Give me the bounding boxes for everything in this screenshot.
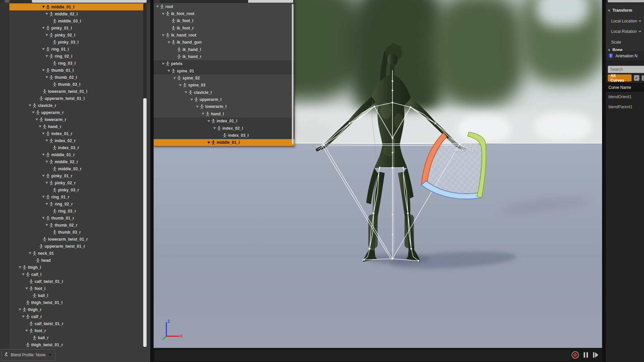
tree-row[interactable]: middle_03_l: [9, 17, 144, 24]
expander-icon[interactable]: [42, 195, 45, 199]
record-button[interactable]: [571, 351, 579, 359]
tree-row[interactable]: calf_l: [9, 271, 144, 278]
expander-icon[interactable]: [178, 83, 182, 87]
tree-row[interactable]: ik_hand_l: [154, 46, 294, 53]
tree-row[interactable]: thumb_02_r: [9, 222, 144, 229]
curve-search-input[interactable]: Search: [608, 66, 644, 73]
tree-row[interactable]: spine_02: [154, 74, 294, 81]
tree-row[interactable]: ring_02_l: [9, 53, 144, 60]
panel-divider[interactable]: [602, 0, 606, 362]
tree-row[interactable]: index_01_l: [154, 118, 294, 125]
tree-row[interactable]: upperarm_l: [154, 96, 294, 103]
tree-row[interactable]: ik_hand_r: [154, 53, 294, 60]
tree-row[interactable]: head: [9, 257, 144, 264]
tree-row[interactable]: pinky_02_r: [9, 179, 144, 186]
tree-row[interactable]: spine_01: [154, 67, 294, 74]
tree-row[interactable]: neck_01: [9, 250, 144, 257]
tree-row[interactable]: thigh_r: [9, 306, 144, 313]
scrollbar-thumb[interactable]: [143, 98, 147, 347]
tree-row[interactable]: thumb_03_l: [9, 81, 144, 88]
chevron-down-icon[interactable]: [639, 31, 641, 33]
tab-animation-notifies[interactable]: Animation N: [606, 51, 644, 61]
timeline-scrub-area[interactable]: [154, 350, 571, 361]
tree-row[interactable]: ball_r: [9, 334, 144, 341]
expander-icon[interactable]: [18, 308, 22, 311]
tree-row[interactable]: middle_02_r: [9, 158, 144, 165]
tree-row[interactable]: upperarm_r: [9, 109, 144, 116]
tree-row[interactable]: ik_hand_root: [154, 32, 294, 39]
tree-row[interactable]: index_02_l: [154, 125, 294, 132]
all-curves-button[interactable]: All Curves: [608, 74, 632, 81]
tree-row[interactable]: lowerarm_r: [9, 116, 144, 123]
expander-icon[interactable]: [167, 41, 171, 44]
tree-row[interactable]: spine_03: [154, 82, 294, 89]
tree-row[interactable]: upperarm_twist_01_r: [9, 243, 144, 250]
tree-row[interactable]: clavicle_r: [9, 102, 144, 109]
tree-row[interactable]: upperarm_twist_01_l: [9, 95, 144, 102]
tree-row[interactable]: middle_01_l: [154, 139, 294, 146]
tree-row[interactable]: middle_01_r: [9, 151, 144, 158]
tree-row[interactable]: calf_twist_01_r: [9, 320, 144, 327]
scrollbar-thumb[interactable]: [292, 4, 293, 144]
tree-row[interactable]: lowerarm_twist_01_r: [9, 236, 144, 243]
expander-icon[interactable]: [213, 126, 216, 130]
tree-row[interactable]: foot_l: [9, 285, 144, 292]
bone-section-header[interactable]: Bone: [606, 46, 644, 51]
tree-row[interactable]: foot_r: [9, 327, 144, 334]
tree-row[interactable]: thigh_twist_01_r: [9, 341, 144, 348]
expander-icon[interactable]: [161, 12, 165, 16]
tree-row[interactable]: pinky_03_l: [9, 39, 144, 46]
tree-row[interactable]: middle_02_l: [9, 10, 144, 17]
tree-row[interactable]: thumb_02_l: [9, 74, 144, 81]
expander-icon[interactable]: [42, 153, 45, 157]
expander-icon[interactable]: [21, 273, 25, 276]
tree-row[interactable]: ring_02_r: [9, 200, 144, 207]
tree-row[interactable]: pinky_01_l: [9, 24, 144, 32]
expander-icon[interactable]: [207, 141, 211, 144]
expander-icon[interactable]: [42, 5, 45, 9]
blend-profile-button[interactable]: Blend Profile: None: [1, 349, 55, 361]
panel-divider[interactable]: [150, 0, 154, 362]
tree-row[interactable]: index_01_r: [9, 130, 144, 137]
curve-row[interactable]: blendOrient1: [606, 93, 644, 101]
expander-icon[interactable]: [161, 62, 165, 66]
expander-icon[interactable]: [207, 119, 211, 123]
tree-row[interactable]: index_03_l: [154, 132, 294, 139]
expander-icon[interactable]: [156, 5, 159, 8]
expander-icon[interactable]: [167, 69, 171, 73]
tree-row[interactable]: index_02_r: [9, 137, 144, 144]
expander-icon[interactable]: [196, 105, 199, 109]
expander-icon[interactable]: [42, 132, 45, 135]
tree-row[interactable]: hand_r: [9, 123, 144, 130]
tree-row[interactable]: ring_01_l: [9, 46, 144, 53]
pause-button[interactable]: [583, 352, 589, 358]
expander-icon[interactable]: [45, 160, 49, 164]
curve-row[interactable]: blendParent1: [606, 103, 644, 111]
expander-icon[interactable]: [45, 33, 49, 37]
expander-icon[interactable]: [45, 12, 49, 16]
expander-icon[interactable]: [42, 68, 45, 72]
expander-icon[interactable]: [32, 111, 35, 114]
tree-row[interactable]: middle_01_l: [9, 3, 144, 10]
tree-row[interactable]: ik_foot_l: [154, 17, 294, 24]
tree-row[interactable]: lowerarm_l: [154, 103, 294, 110]
tree-row[interactable]: thigh_twist_01_l: [9, 299, 144, 306]
expander-icon[interactable]: [42, 174, 45, 178]
tree-row[interactable]: pinky_03_r: [9, 186, 144, 193]
tree-row[interactable]: pinky_02_l: [9, 32, 144, 39]
expander-icon[interactable]: [38, 125, 42, 128]
tree-row[interactable]: hand_l: [154, 110, 294, 117]
property-row-scale[interactable]: Scale: [606, 40, 644, 45]
transform-section-header[interactable]: Transform: [606, 3, 644, 13]
tree-row[interactable]: thumb_03_r: [9, 229, 144, 236]
expander-icon[interactable]: [25, 329, 29, 333]
chevron-down-icon[interactable]: [639, 20, 641, 22]
expander-icon[interactable]: [28, 104, 32, 107]
search-input[interactable]: [32, 0, 147, 3]
tree-row[interactable]: ik_foot_r: [154, 24, 294, 32]
tree-row[interactable]: calf_r: [9, 313, 144, 320]
expander-icon[interactable]: [45, 223, 49, 227]
search-input[interactable]: [608, 0, 644, 2]
expander-icon[interactable]: [42, 216, 45, 220]
filter-input[interactable]: [160, 0, 248, 3]
